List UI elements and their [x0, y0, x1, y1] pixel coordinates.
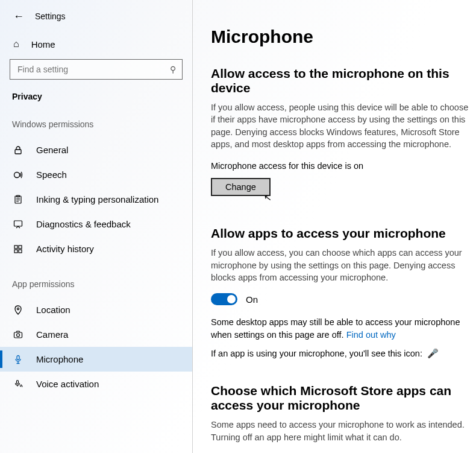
svg-point-9	[17, 308, 19, 309]
sidebar-item-label: Speech	[36, 169, 67, 180]
section-store-apps-heading: Choose which Microsoft Store apps can ac…	[211, 384, 470, 413]
device-access-status: Microphone access for this device is on	[211, 160, 470, 172]
svg-rect-10	[14, 332, 22, 338]
sidebar-item-label: Microphone	[36, 354, 83, 364]
camera-icon	[13, 330, 24, 340]
category-label: Privacy	[0, 92, 192, 101]
section-allow-device-body: If you allow access, people using this d…	[211, 101, 470, 150]
svg-rect-0	[15, 150, 21, 154]
svg-point-11	[17, 334, 20, 337]
lock-icon	[13, 145, 24, 155]
section-allow-apps-body: If you allow access, you can choose whic…	[211, 247, 470, 284]
section-allow-apps-heading: Allow apps to access your microphone	[211, 226, 470, 241]
change-button[interactable]: Change ↖	[211, 178, 271, 196]
svg-rect-13	[17, 380, 19, 384]
sidebar-item-activity-history[interactable]: Activity history	[0, 236, 192, 261]
home-nav[interactable]: ⌂ Home	[0, 39, 192, 49]
sidebar-item-general[interactable]: General	[0, 138, 192, 162]
activity-icon	[13, 244, 24, 254]
apps-access-toggle-row: On	[211, 293, 470, 305]
find-out-why-link[interactable]: Find out why	[346, 330, 396, 340]
section-allow-device-heading: Allow access to the microphone on this d…	[211, 66, 470, 95]
svg-point-1	[14, 172, 20, 177]
location-icon	[13, 305, 24, 315]
sidebar-item-label: Activity history	[36, 244, 94, 254]
search-icon: ⚲	[170, 65, 176, 74]
sidebar-item-location[interactable]: Location	[0, 297, 192, 322]
app-title: Settings	[35, 11, 66, 21]
svg-rect-6	[19, 246, 22, 249]
feedback-icon	[13, 220, 24, 229]
sidebar-item-label: Diagnostics & feedback	[36, 219, 131, 229]
svg-rect-4	[14, 221, 22, 226]
microphone-icon	[13, 355, 24, 364]
svg-rect-7	[14, 250, 17, 253]
sidebar-item-diagnostics[interactable]: Diagnostics & feedback	[0, 212, 192, 236]
sidebar: ← Settings ⌂ Home ⚲ Privacy Windows perm…	[0, 0, 193, 453]
search-box[interactable]: ⚲	[10, 59, 183, 80]
sidebar-item-microphone[interactable]: Microphone	[0, 347, 192, 372]
svg-rect-12	[17, 355, 19, 360]
speech-icon	[13, 170, 24, 180]
svg-rect-5	[14, 246, 17, 249]
sidebar-item-inking[interactable]: Inking & typing personalization	[0, 187, 192, 212]
sidebar-item-camera[interactable]: Camera	[0, 322, 192, 347]
desktop-apps-note: Some desktop apps may still be able to a…	[211, 316, 470, 341]
sidebar-item-label: Location	[36, 305, 70, 315]
group-header-app-permissions: App permissions	[0, 279, 192, 289]
microphone-status-icon: 🎤	[427, 348, 439, 358]
sidebar-item-label: Voice activation	[36, 379, 99, 389]
svg-rect-8	[19, 250, 22, 253]
home-label: Home	[31, 39, 55, 49]
desktop-apps-note-text: Some desktop apps may still be able to a…	[211, 317, 460, 339]
sidebar-item-voice-activation[interactable]: Voice activation	[0, 372, 192, 396]
titlebar: ← Settings	[0, 11, 192, 22]
search-input[interactable]	[16, 64, 152, 75]
mic-in-use-text: If an app is using your microphone, you'…	[211, 349, 422, 358]
voice-activation-icon	[13, 379, 24, 389]
sidebar-item-label: General	[36, 145, 68, 155]
home-icon: ⌂	[13, 39, 19, 49]
page-title: Microphone	[211, 27, 470, 47]
settings-app: ← Settings ⌂ Home ⚲ Privacy Windows perm…	[0, 0, 476, 453]
apps-access-toggle[interactable]	[211, 293, 237, 305]
clipboard-icon	[13, 195, 24, 204]
change-button-label: Change	[225, 182, 256, 192]
sidebar-item-label: Inking & typing personalization	[36, 194, 158, 204]
mic-in-use-note: If an app is using your microphone, you'…	[211, 347, 470, 360]
main-content: Microphone Allow access to the microphon…	[193, 0, 476, 453]
sidebar-item-label: Camera	[36, 329, 68, 340]
group-header-windows-permissions: Windows permissions	[0, 119, 192, 129]
back-icon[interactable]: ←	[13, 11, 24, 22]
cursor-icon: ↖	[263, 192, 272, 204]
sidebar-item-speech[interactable]: Speech	[0, 162, 192, 187]
section-store-apps-body: Some apps need to access your microphone…	[211, 419, 470, 443]
apps-access-toggle-label: On	[246, 294, 258, 305]
